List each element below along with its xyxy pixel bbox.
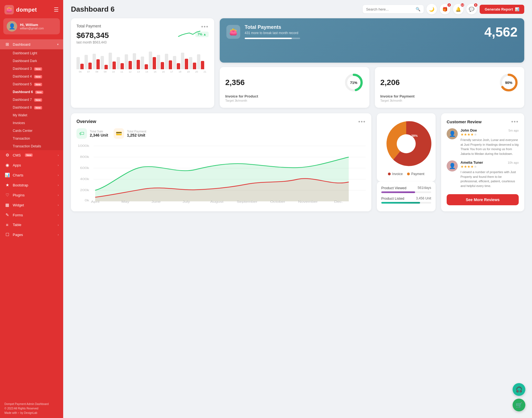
sidebar-item-pages[interactable]: ☐ Pages › bbox=[0, 230, 63, 240]
dashboard-content: Total Payment ••• $678,345 last month $5… bbox=[63, 18, 532, 219]
heart-icon: ♥ bbox=[18, 411, 20, 415]
gray-bar bbox=[173, 56, 176, 69]
red-bar bbox=[169, 60, 172, 69]
sub-dashboard-dark[interactable]: Dashboard Dark bbox=[0, 57, 63, 65]
bar-group bbox=[189, 57, 196, 69]
overview-title: Overview bbox=[76, 119, 96, 124]
gray-bar bbox=[133, 53, 136, 69]
generate-report-button[interactable]: Generate Report 📊 bbox=[480, 5, 524, 14]
sidebar-item-widget[interactable]: ▦ Widget › bbox=[0, 200, 63, 210]
inv-product-target: Target 3k/month bbox=[225, 99, 364, 102]
sidebar-item-table[interactable]: ≡ Table › bbox=[0, 220, 63, 230]
notification-button[interactable]: 🔔 12 bbox=[453, 4, 464, 14]
sidebar-item-forms[interactable]: ✎ Forms › bbox=[0, 210, 63, 220]
support-floating-button[interactable]: 🎧 bbox=[513, 383, 525, 396]
tp-title: Total Payments bbox=[245, 24, 300, 30]
svg-text:0k: 0k bbox=[85, 199, 89, 202]
sub-dashboard-light[interactable]: Dashboard Light bbox=[0, 49, 63, 57]
sub-invoices[interactable]: Invoices bbox=[0, 119, 63, 127]
sub-transaction-details[interactable]: Transaction Details bbox=[0, 142, 63, 150]
payment-legend-dot bbox=[407, 173, 410, 175]
inv-product-donut: 71% bbox=[344, 73, 364, 93]
x-axis-label: 14 bbox=[143, 70, 150, 73]
hamburger-icon[interactable]: ☰ bbox=[54, 6, 59, 13]
red-bar bbox=[112, 61, 116, 69]
review-title: Customer Review bbox=[447, 119, 482, 124]
trend-up-icon: ▲ bbox=[203, 32, 206, 36]
reviewer-2-stars: ★★★★★ bbox=[461, 165, 519, 169]
sidebar-item-plugins[interactable]: ♡ Plugins › bbox=[0, 190, 63, 200]
x-axis-label: 17 bbox=[168, 70, 175, 73]
search-input[interactable] bbox=[366, 7, 414, 11]
theme-toggle-button[interactable]: 🌙 bbox=[426, 4, 437, 14]
sidebar-user[interactable]: 👤 Hi, William william@gmail.com bbox=[3, 18, 60, 34]
see-more-reviews-button[interactable]: See More Reviews bbox=[447, 194, 519, 205]
chevron-right-icon: › bbox=[58, 233, 59, 236]
sidebar-nav: ⊞ Dashboard ▾ Dashboard Light Dashboard … bbox=[0, 38, 63, 241]
review-dots[interactable]: ••• bbox=[511, 119, 519, 124]
chevron-right-icon: › bbox=[58, 173, 59, 177]
sub-dashboard-8[interactable]: Dashboard 8 New bbox=[0, 104, 63, 111]
sidebar-item-charts[interactable]: 📊 Charts › bbox=[0, 170, 63, 180]
red-bar bbox=[201, 61, 204, 69]
inv-payment-number: 2,206 bbox=[380, 78, 400, 87]
sub-dashboard-7[interactable]: Dashboard 7 New bbox=[0, 96, 63, 104]
bar-group bbox=[125, 54, 132, 69]
sidebar-item-dashboard[interactable]: ⊞ Dashboard ▾ bbox=[0, 39, 63, 49]
x-axis-label: 15 bbox=[151, 70, 159, 73]
payment-legend-label: Payment bbox=[411, 172, 424, 176]
sub-dashboard-3[interactable]: Dashboard 3 New bbox=[0, 65, 63, 73]
svg-text:May: May bbox=[121, 200, 130, 204]
sale-label: Total Sale bbox=[90, 130, 108, 133]
gray-bar bbox=[76, 57, 80, 69]
total-payment-card: Total Payment ••• $678,345 last month $5… bbox=[71, 18, 214, 108]
logo-icon: 👛 bbox=[4, 5, 14, 14]
floating-buttons: 🎧 🛒 bbox=[513, 383, 525, 411]
area-chart: 1000k 800k 600k 400k 200k 0k April bbox=[76, 143, 366, 199]
widget-label: Widget bbox=[13, 203, 24, 207]
gray-bar bbox=[141, 57, 144, 69]
sidebar-item-apps[interactable]: ◉ Apps › bbox=[0, 160, 63, 170]
svg-text:October: October bbox=[270, 200, 285, 204]
inv-payment-donut: 90% bbox=[499, 73, 519, 93]
product-viewed-stat: Product Viewed 561/days bbox=[381, 186, 431, 193]
review-item-1: 👤 John Doe 5m ago ★★★★★ Friendly service… bbox=[447, 128, 519, 156]
sub-dashboard-6[interactable]: Dashboard 6 New bbox=[0, 88, 63, 96]
svg-text:November: November bbox=[298, 200, 318, 204]
cart-icon: 🛒 bbox=[516, 402, 523, 408]
sidebar-footer: Dompet Payment Admin Dashboard © 2023 Al… bbox=[0, 398, 63, 418]
sub-cards-center[interactable]: Cards Center bbox=[0, 127, 63, 135]
bar-chart: 06070809101112131415161718192021 bbox=[76, 47, 209, 73]
gray-bar bbox=[181, 53, 184, 69]
page-title: Dashboard 6 bbox=[71, 5, 115, 14]
messages-button[interactable]: 💬 5 bbox=[466, 4, 477, 14]
bar-group bbox=[165, 54, 172, 69]
overview-menu-dots[interactable]: ••• bbox=[358, 119, 366, 124]
inv-product-pct: 71% bbox=[350, 81, 357, 85]
charts-label: Charts bbox=[13, 173, 23, 177]
search-box[interactable]: 🔍 bbox=[363, 5, 424, 13]
cart-floating-button[interactable]: 🛒 bbox=[513, 399, 525, 411]
x-axis-label: 16 bbox=[160, 70, 167, 73]
sale-value: 2,346 Unit bbox=[90, 133, 108, 137]
bar-group bbox=[85, 55, 92, 69]
sub-dashboard-4[interactable]: Dashboard 4 New bbox=[0, 73, 63, 80]
red-bar bbox=[185, 59, 188, 69]
x-axis-label: 21 bbox=[201, 70, 209, 73]
sub-dashboard-5[interactable]: Dashboard 5 New bbox=[0, 80, 63, 88]
viewed-progress bbox=[381, 191, 431, 193]
avatar: 👤 bbox=[7, 21, 17, 32]
inv-product-label: Invoice for Product bbox=[225, 94, 364, 98]
generate-label: Generate Report bbox=[485, 7, 513, 11]
sidebar-item-bootstrap[interactable]: ★ Bootstrap › bbox=[0, 180, 63, 190]
listed-progress bbox=[381, 202, 431, 204]
wallet-icon: 👛 bbox=[226, 25, 240, 39]
user-name: Hi, William bbox=[20, 23, 44, 27]
card-menu-dots[interactable]: ••• bbox=[201, 24, 209, 29]
sub-my-wallet[interactable]: My Wallet bbox=[0, 111, 63, 119]
sidebar-item-cms[interactable]: ⚙ CMS New › bbox=[0, 150, 63, 160]
sub-transaction[interactable]: Transaction bbox=[0, 135, 63, 142]
gift-button[interactable]: 🎁 2 bbox=[440, 4, 450, 14]
cms-badge: New bbox=[25, 153, 33, 157]
header-right: 🔍 🌙 🎁 2 🔔 12 💬 5 Generate Report 📊 bbox=[363, 4, 524, 14]
